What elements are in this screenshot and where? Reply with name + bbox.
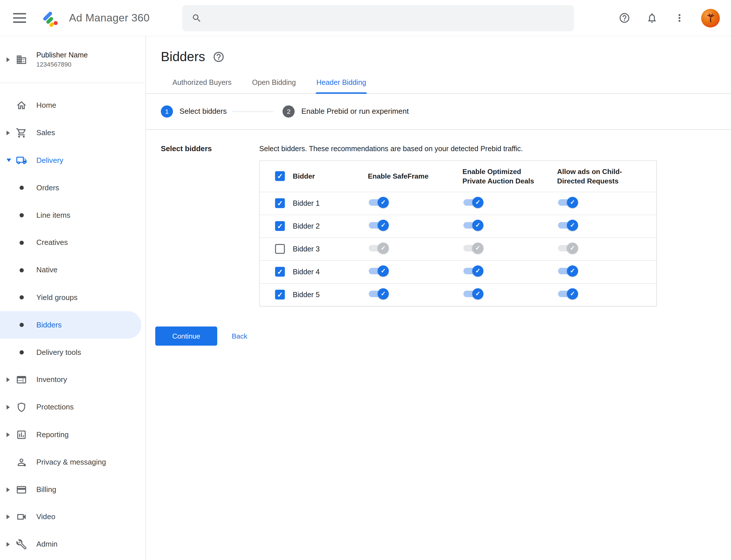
stepper: 1 Select bidders 2 Enable Prebid or run … — [146, 94, 731, 130]
report-chart-icon — [16, 429, 27, 440]
search-bar[interactable] — [182, 5, 574, 31]
tab-authorized-buyers[interactable]: Authorized Buyers — [172, 74, 233, 93]
optimized-deals-toggle[interactable]: ✓ — [463, 244, 482, 252]
safeframe-toggle[interactable]: ✓ — [368, 289, 387, 298]
bullet-icon — [20, 295, 24, 300]
app-name: Ad Manager 360 — [69, 12, 150, 24]
table-row: ✓Bidder 1✓✓✓ — [260, 192, 656, 215]
bidder-checkbox[interactable]: ✓ — [275, 290, 285, 299]
search-input[interactable] — [209, 13, 564, 23]
column-header-optimized-deals: Enable Optimized Private Auction Deals — [462, 167, 557, 185]
sidebar-item-sales[interactable]: Sales — [0, 119, 145, 147]
avatar[interactable] — [701, 9, 720, 27]
safeframe-toggle[interactable]: ✓ — [368, 221, 387, 229]
form-actions: Continue Back — [146, 326, 731, 345]
bidder-name: Bidder 2 — [293, 222, 320, 230]
optimized-deals-toggle[interactable]: ✓ — [463, 267, 482, 275]
help-icon[interactable] — [213, 51, 225, 63]
expand-arrow-icon — [7, 515, 10, 519]
table-header-row: ✓ Bidder Enable SafeFrame Enable Optimiz… — [260, 161, 656, 192]
bidder-name: Bidder 4 — [293, 268, 320, 276]
sidebar-item-delivery-tools[interactable]: Delivery tools — [0, 339, 145, 366]
more-options-icon[interactable] — [674, 12, 685, 24]
tabs: Authorized Buyers Open Bidding Header Bi… — [146, 74, 731, 94]
child-directed-toggle[interactable]: ✓ — [558, 221, 576, 229]
bidder-checkbox[interactable]: ✓ — [275, 198, 285, 208]
select-all-checkbox[interactable]: ✓ — [275, 171, 285, 181]
truck-icon — [16, 155, 27, 166]
sidebar-item-home[interactable]: Home — [0, 92, 145, 119]
safeframe-toggle[interactable]: ✓ — [368, 244, 387, 252]
help-icon[interactable] — [619, 12, 630, 24]
video-camera-icon — [16, 511, 27, 523]
step-2-indicator: 2 — [283, 105, 295, 117]
bullet-icon — [20, 186, 24, 190]
child-directed-toggle[interactable]: ✓ — [558, 267, 576, 275]
topbar: Ad Manager 360 — [0, 0, 731, 36]
collapse-arrow-icon — [7, 159, 11, 162]
continue-button[interactable]: Continue — [155, 326, 217, 345]
sidebar-item-orders[interactable]: Orders — [0, 174, 145, 202]
bidder-checkbox[interactable] — [275, 244, 285, 254]
bidder-checkbox[interactable]: ✓ — [275, 221, 285, 231]
optimized-deals-toggle[interactable]: ✓ — [463, 198, 482, 206]
tab-open-bidding[interactable]: Open Bidding — [251, 74, 297, 93]
child-directed-toggle[interactable]: ✓ — [558, 244, 576, 252]
bullet-icon — [20, 241, 24, 245]
menu-icon[interactable] — [13, 12, 27, 23]
step-1-label: Select bidders — [180, 107, 227, 116]
bidder-name: Bidder 1 — [293, 199, 320, 207]
bullet-icon — [20, 213, 24, 217]
wrench-icon — [16, 539, 27, 550]
bullet-icon — [20, 350, 24, 355]
child-directed-toggle[interactable]: ✓ — [558, 198, 576, 206]
safeframe-toggle[interactable]: ✓ — [368, 198, 387, 206]
bullet-icon — [20, 268, 24, 272]
sidebar-item-line-items[interactable]: Line items — [0, 202, 145, 229]
safeframe-toggle[interactable]: ✓ — [368, 267, 387, 275]
ad-manager-logo — [41, 8, 62, 28]
sidebar-item-admin[interactable]: Admin — [0, 531, 145, 558]
bidder-name: Bidder 5 — [293, 291, 320, 299]
optimized-deals-toggle[interactable]: ✓ — [463, 221, 482, 229]
page-title: Bidders — [161, 49, 205, 64]
inventory-icon — [16, 374, 27, 385]
publisher-name: Publisher Name — [36, 51, 88, 59]
sidebar: Publisher Name 1234567890 Home Sales — [0, 36, 146, 560]
bidder-checkbox[interactable]: ✓ — [275, 267, 285, 277]
notifications-icon[interactable] — [646, 12, 658, 24]
expand-arrow-icon — [7, 377, 10, 382]
optimized-deals-toggle[interactable]: ✓ — [463, 289, 482, 298]
back-link[interactable]: Back — [232, 332, 247, 340]
step-1-indicator: 1 — [161, 105, 173, 117]
publisher-selector[interactable]: Publisher Name 1234567890 — [0, 36, 145, 83]
search-icon — [192, 13, 202, 23]
sidebar-item-bidders[interactable]: Bidders — [0, 311, 141, 339]
bidder-name: Bidder 3 — [293, 245, 320, 253]
main-content: Bidders Authorized Buyers Open Bidding H… — [146, 36, 731, 560]
bullet-icon — [20, 323, 24, 327]
billing-card-icon — [16, 484, 27, 495]
table-row: ✓Bidder 5✓✓✓ — [260, 283, 656, 306]
description-text: Select bidders. These recommendations ar… — [259, 144, 731, 154]
shield-icon — [16, 402, 27, 413]
column-header-safeframe: Enable SafeFrame — [368, 171, 462, 181]
cart-icon — [16, 127, 27, 139]
sidebar-item-video[interactable]: Video — [0, 503, 145, 531]
bidders-table: ✓ Bidder Enable SafeFrame Enable Optimiz… — [259, 160, 657, 306]
sidebar-item-creatives[interactable]: Creatives — [0, 229, 145, 257]
sidebar-item-protections[interactable]: Protections — [0, 394, 145, 421]
table-row: ✓Bidder 4✓✓✓ — [260, 260, 656, 283]
sidebar-item-yield-groups[interactable]: Yield groups — [0, 284, 145, 311]
sidebar-item-privacy-messaging[interactable]: Privacy & messaging — [0, 449, 145, 476]
sidebar-item-billing[interactable]: Billing — [0, 476, 145, 503]
expand-arrow-icon — [7, 432, 10, 437]
column-header-child-directed: Allow ads on Child-Directed Requests — [557, 167, 656, 185]
tab-header-bidding[interactable]: Header Bidding — [316, 74, 367, 93]
ad-manager-app: Ad Manager 360 — [0, 0, 731, 560]
sidebar-item-inventory[interactable]: Inventory — [0, 366, 145, 394]
sidebar-item-delivery[interactable]: Delivery — [0, 147, 145, 174]
sidebar-item-reporting[interactable]: Reporting — [0, 421, 145, 449]
child-directed-toggle[interactable]: ✓ — [558, 289, 576, 298]
sidebar-item-native[interactable]: Native — [0, 257, 145, 284]
